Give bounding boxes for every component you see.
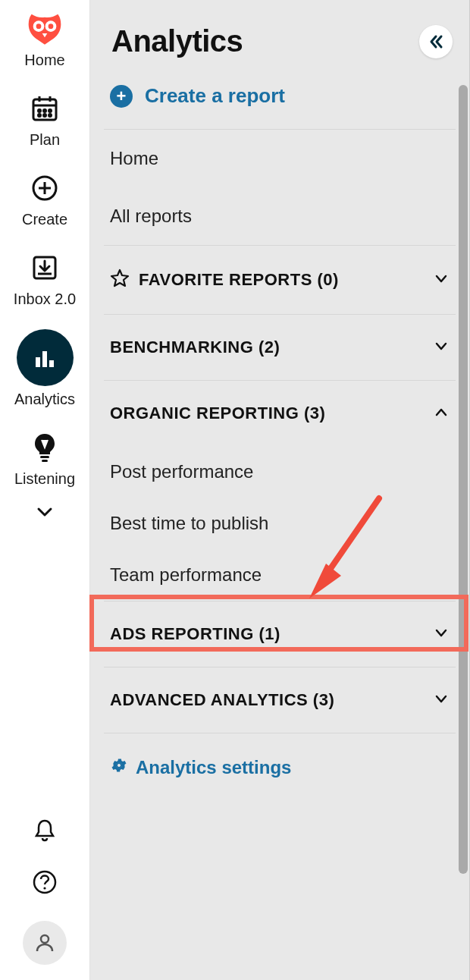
svg-rect-21: [49, 360, 54, 367]
svg-rect-20: [42, 351, 47, 367]
nav-item-home[interactable]: Home: [104, 130, 456, 187]
nav-plan[interactable]: Plan: [0, 90, 89, 149]
nav-analytics-label: Analytics: [14, 391, 75, 408]
section-title: ADVANCED ANALYTICS (3): [110, 690, 424, 710]
chevron-down-icon: [433, 270, 450, 290]
svg-rect-22: [40, 456, 49, 458]
help-button[interactable]: [32, 869, 58, 898]
nav-create-label: Create: [22, 211, 67, 228]
svg-point-9: [44, 110, 46, 112]
section-title: ORGANIC REPORTING (3): [110, 404, 424, 423]
svg-point-12: [44, 115, 46, 117]
nav-home-label: Home: [24, 52, 64, 69]
analytics-panel: Analytics + Create a report Home All rep…: [89, 0, 470, 980]
nav-home[interactable]: Home: [0, 11, 89, 69]
chevron-up-icon: [433, 404, 450, 423]
analytics-icon: [17, 329, 74, 386]
question-circle-icon: [32, 869, 58, 895]
nav-listening-label: Listening: [14, 470, 75, 488]
profile-button[interactable]: [23, 921, 67, 965]
svg-point-13: [49, 115, 52, 117]
section-advanced-analytics[interactable]: ADVANCED ANALYTICS (3): [104, 667, 456, 733]
person-icon: [33, 931, 56, 954]
bell-icon: [32, 818, 58, 843]
svg-point-3: [49, 24, 54, 29]
section-benchmarking[interactable]: BENCHMARKING (2): [104, 315, 456, 380]
nav-inbox[interactable]: Inbox 2.0: [0, 250, 89, 308]
svg-rect-19: [36, 357, 40, 367]
svg-point-26: [41, 935, 49, 943]
section-favorite-reports[interactable]: FAVORITE REPORTS (0): [104, 246, 456, 314]
svg-point-10: [49, 110, 52, 112]
nav-create[interactable]: Create: [0, 170, 89, 228]
chevron-down-icon: [433, 624, 450, 644]
sub-item-best-time-to-publish[interactable]: Best time to publish: [104, 498, 456, 549]
section-ads-reporting[interactable]: ADS REPORTING (1): [104, 602, 456, 667]
left-nav-rail: Home Plan Cre: [0, 0, 89, 980]
nav-inbox-label: Inbox 2.0: [14, 291, 76, 308]
analytics-settings-label: Analytics settings: [136, 757, 291, 778]
sub-item-post-performance[interactable]: Post performance: [104, 446, 456, 498]
star-icon: [110, 269, 130, 291]
nav-listening[interactable]: Listening: [0, 429, 89, 488]
svg-point-8: [39, 110, 41, 112]
calendar-icon: [27, 90, 63, 127]
double-chevron-left-icon: [428, 33, 444, 50]
notifications-button[interactable]: [32, 818, 58, 847]
collapse-panel-button[interactable]: [419, 25, 453, 58]
panel-title: Analytics: [111, 24, 243, 58]
analytics-settings-link[interactable]: Analytics settings: [104, 733, 456, 787]
plus-circle-icon: [27, 170, 63, 206]
nav-plan-label: Plan: [30, 131, 60, 149]
svg-point-25: [43, 887, 45, 889]
section-title: ADS REPORTING (1): [110, 624, 424, 644]
nav-item-all-reports[interactable]: All reports: [104, 187, 456, 245]
chevron-down-icon: [433, 690, 450, 710]
chevron-down-icon: [433, 338, 450, 357]
nav-more-toggle[interactable]: [34, 501, 55, 526]
svg-point-2: [36, 24, 42, 29]
sub-item-team-performance[interactable]: Team performance: [104, 549, 456, 601]
bulb-icon: [27, 429, 63, 466]
chevron-down-icon: [34, 501, 55, 523]
owl-logo-icon: [27, 11, 63, 47]
nav-analytics[interactable]: Analytics: [0, 329, 89, 408]
gear-icon: [110, 756, 128, 779]
plus-icon: +: [110, 85, 133, 108]
section-title: BENCHMARKING (2): [110, 338, 424, 357]
svg-point-11: [39, 115, 41, 117]
section-organic-reporting[interactable]: ORGANIC REPORTING (3): [104, 381, 456, 446]
svg-rect-23: [42, 460, 48, 462]
create-report-button[interactable]: + Create a report: [104, 66, 456, 130]
inbox-icon: [27, 250, 63, 286]
section-title: FAVORITE REPORTS (0): [139, 270, 424, 290]
create-report-label: Create a report: [145, 84, 285, 108]
scrollbar[interactable]: [459, 85, 468, 874]
